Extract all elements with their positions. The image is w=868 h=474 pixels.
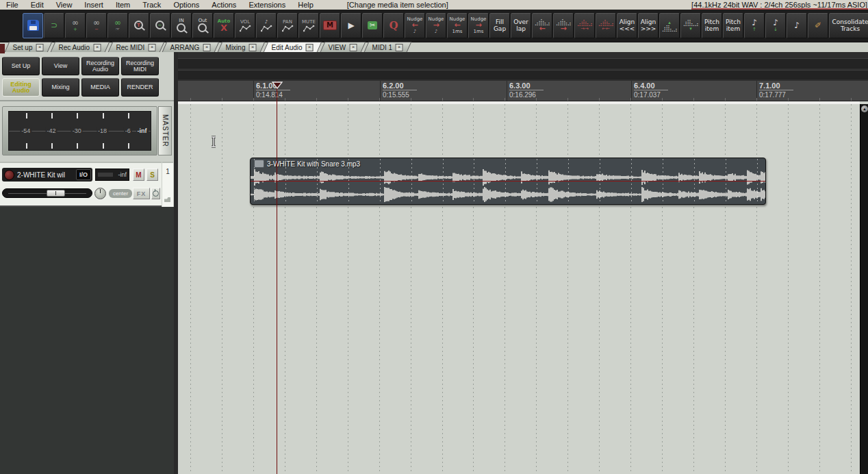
menu-view[interactable]: View <box>50 1 79 9</box>
tab-close-icon[interactable]: × <box>148 44 155 51</box>
tab-close-icon[interactable]: × <box>36 44 44 51</box>
tab-rec-midi[interactable]: Rec MIDI× <box>107 42 164 52</box>
consolidate-tracks-button[interactable]: ConsolidateTracks <box>829 13 868 38</box>
ruler-time-label: 0:15.555 <box>383 90 417 99</box>
move-item-left-button[interactable]: ⣠⣾⣦⣠← <box>532 13 552 38</box>
tab-label: Edit Audio <box>272 44 303 51</box>
tab-close-icon[interactable]: × <box>249 44 257 51</box>
io-button[interactable]: I/O <box>76 169 91 180</box>
pitch-item-up-button[interactable]: Pitchitem <box>702 13 722 38</box>
snap-toggle-button[interactable]: ⊃ <box>44 13 64 38</box>
align-items-left-button[interactable]: Align<<< <box>617 13 637 38</box>
glue-items-button[interactable]: ✐ <box>808 13 828 38</box>
menu-file[interactable]: File <box>0 1 25 9</box>
nudge-right-grid-button[interactable]: Nudge→♪ <box>426 13 446 38</box>
ruler-subtick <box>505 98 505 101</box>
zoom-out-button[interactable]: − <box>150 13 170 38</box>
media-item[interactable]: 3-WHITE Kit with Snare 3.mp3 <box>250 158 766 205</box>
screenset-media[interactable]: MEDIA <box>81 78 119 97</box>
note-button[interactable]: ♪ <box>787 13 807 38</box>
meter-scale-label: -30 <box>71 127 83 134</box>
midi-envelope-button[interactable]: ♪ <box>256 13 277 38</box>
screenset-recording-audio[interactable]: Recording Audio <box>81 57 119 75</box>
move-item-right-button[interactable]: ⣠⣾⣦⣠→ <box>553 13 574 38</box>
menu-edit[interactable]: Edit <box>25 1 50 9</box>
item-volume-down-button[interactable]: ⣰⣿⣄⣠▾ <box>680 13 701 38</box>
meter-tick <box>26 143 27 149</box>
play-items-button[interactable]: ▶ <box>341 13 361 38</box>
tab-close-icon[interactable]: × <box>396 44 403 51</box>
screenset-render[interactable]: RENDER <box>121 78 159 97</box>
quantize-button[interactable]: Q <box>383 13 404 38</box>
mute-button[interactable]: M <box>133 169 144 181</box>
trim-item-right-button[interactable]: ⣠⣾⣦⣠→→ <box>574 13 595 38</box>
tab-edit-audio[interactable]: Edit Audio× <box>264 42 322 52</box>
menu-item[interactable]: Item <box>110 1 136 9</box>
tab-view[interactable]: VIEW× <box>320 42 366 52</box>
zoom-in-selection-button[interactable]: IN <box>171 13 192 38</box>
menu-track[interactable]: Track <box>136 1 167 9</box>
tab-midi-1[interactable]: MIDI 1× <box>363 42 411 52</box>
pitch-item-down-button[interactable]: Pitchitem <box>723 13 743 38</box>
item-group-select-button[interactable]: ∞☞ <box>107 13 128 38</box>
solo-button[interactable]: S <box>146 169 158 181</box>
tab-rec-audio[interactable]: Rec Audio× <box>51 42 110 52</box>
menu-actions[interactable]: Actions <box>205 1 242 9</box>
edit-cursor-marker[interactable] <box>272 82 283 89</box>
screenset-recording-midi[interactable]: Recording MIDI <box>121 57 159 75</box>
volume-fader-handle[interactable] <box>47 190 65 197</box>
tab-set-up[interactable]: Set up× <box>5 42 53 52</box>
tab-close-icon[interactable]: × <box>349 44 357 51</box>
menu-options[interactable]: Options <box>167 1 205 9</box>
screenset-panel: Set UpViewRecording AudioRecording MIDIE… <box>2 57 159 97</box>
master-track-strip[interactable]: MASTER <box>158 106 172 155</box>
transpose-down-button[interactable]: ♪↓ <box>765 13 786 38</box>
screenset-view[interactable]: View <box>42 57 79 75</box>
ruler-subtick <box>851 98 852 101</box>
record-arm-button[interactable] <box>4 170 14 180</box>
align-items-right-button[interactable]: Align>>> <box>638 13 659 38</box>
menu-help[interactable]: Help <box>292 1 320 9</box>
trim-item-left-button[interactable]: ⣠⣾⣦⣠←← <box>596 13 616 38</box>
volume-envelope-button[interactable]: VOL <box>235 13 255 38</box>
mute-item-button-label: M <box>323 21 337 30</box>
mute-item-button[interactable]: M <box>320 13 340 38</box>
empty-track-area[interactable] <box>0 207 174 474</box>
item-group-add-button[interactable]: ∞+ <box>65 13 86 38</box>
nudge-left-grid-button[interactable]: Nudge←♪ <box>405 13 425 38</box>
pan-envelope-button[interactable]: PAN <box>277 13 298 38</box>
fill-gap-button[interactable]: FillGap <box>489 13 510 38</box>
fx-bypass-button[interactable] <box>151 188 160 199</box>
automation-bypass-button[interactable]: AutoX <box>214 13 234 38</box>
item-volume-up-button[interactable]: ▴⣰⣿⣄⣠ <box>659 13 680 38</box>
vertical-scrollbar[interactable]: ▲ <box>860 104 868 474</box>
screenset-editing-audio[interactable]: Editing Audio <box>2 78 40 97</box>
screenset-mixing[interactable]: Mixing <box>42 78 79 97</box>
item-group-add-button-label: + <box>73 27 77 32</box>
mute-envelope-button[interactable]: MUTE <box>298 13 319 38</box>
item-group-remove-button[interactable]: ∞− <box>86 13 107 38</box>
tab-close-icon[interactable]: × <box>306 44 314 51</box>
tab-arrang[interactable]: ARRANG× <box>162 42 219 52</box>
zoom-tool-button[interactable]: T <box>129 13 149 38</box>
zoom-out-selection-button[interactable]: Out <box>192 13 213 38</box>
volume-fader[interactable] <box>2 188 92 198</box>
overlap-button[interactable]: Overlap <box>511 13 531 38</box>
scroll-up-button[interactable]: ▲ <box>861 105 868 112</box>
tab-close-icon[interactable]: × <box>203 44 211 51</box>
menu-extensions[interactable]: Extensions <box>242 1 292 9</box>
fx-button[interactable]: FX <box>133 188 150 199</box>
save-project-button[interactable] <box>23 13 43 38</box>
track-panel[interactable]: 2-WHITE Kit wil I/O -inf M S center FX <box>0 162 162 207</box>
split-items-button[interactable]: ✂ <box>362 13 383 38</box>
tab-mixing[interactable]: Mixing× <box>218 42 266 52</box>
pan-knob[interactable] <box>94 188 106 199</box>
volume-value[interactable]: -inf <box>95 169 129 181</box>
nudge-right-1ms-button[interactable]: Nudge→1ms <box>468 13 489 38</box>
nudge-left-1ms-button[interactable]: Nudge←1ms <box>447 13 468 38</box>
tab-close-icon[interactable]: × <box>93 44 101 51</box>
transpose-up-button[interactable]: ♪↑ <box>744 13 765 38</box>
screenset-set-up[interactable]: Set Up <box>2 57 40 75</box>
track-name[interactable]: 2-WHITE Kit wil <box>17 171 76 179</box>
menu-insert[interactable]: Insert <box>78 1 110 9</box>
